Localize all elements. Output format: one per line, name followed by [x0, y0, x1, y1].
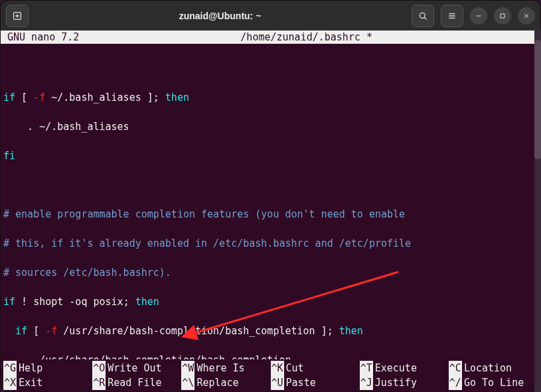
code-line: if [ -f /usr/share/bash-completion/bash_…: [3, 324, 538, 338]
shortcut-paste: ^U Paste: [271, 375, 360, 390]
maximize-icon: [499, 12, 506, 20]
shortcut-exit: ^X Exit: [3, 375, 92, 390]
code-line: # this, if it's already enabled in /etc/…: [3, 236, 538, 251]
editor-content[interactable]: if [ -f ~/.bash_aliases ]; then . ~/.bas…: [1, 44, 540, 359]
titlebar: zunaid@Ubuntu: ~: [1, 1, 540, 31]
nano-version: GNU nano 7.2: [7, 31, 79, 43]
new-tab-button[interactable]: [6, 5, 29, 27]
maximize-button[interactable]: [494, 7, 511, 25]
close-icon: [522, 12, 530, 20]
code-line: . ~/.bash_aliases: [3, 119, 538, 134]
shortcut-location: ^C Location: [449, 361, 538, 375]
svg-point-3: [420, 13, 425, 18]
search-button[interactable]: [412, 5, 434, 27]
code-line: # enable programmable completion feature…: [3, 207, 538, 222]
hamburger-icon: [447, 11, 457, 21]
terminal-window: zunaid@Ubuntu: ~ GNU nano 7.2 /home/zuna…: [0, 0, 541, 392]
menu-button[interactable]: [441, 5, 463, 27]
scrollbar[interactable]: [534, 30, 541, 392]
close-button[interactable]: [518, 7, 535, 25]
new-tab-icon: [12, 11, 23, 21]
window-title: zunaid@Ubuntu: ~: [31, 11, 409, 21]
shortcut-execute: ^T Execute: [360, 361, 449, 375]
code-line: if [ -f ~/.bash_aliases ]; then: [3, 90, 538, 105]
shortcut-cut: ^K Cut: [271, 361, 360, 375]
scrollbar-thumb[interactable]: [534, 40, 541, 159]
minimize-button[interactable]: [470, 7, 487, 25]
nano-header-bar: GNU nano 7.2 /home/zunaid/.bashrc *: [1, 31, 540, 44]
svg-line-4: [424, 17, 426, 19]
shortcut-justify: ^J Justify: [360, 375, 449, 390]
code-line: . /usr/share/bash-completion/bash_comple…: [3, 353, 538, 359]
shortcut-gotoline: ^/ Go To Line: [449, 375, 538, 390]
shortcut-readfile: ^R Read File: [92, 375, 181, 390]
code-line: # sources /etc/bash.bashrc).: [3, 265, 538, 280]
shortcut-writeout: ^O Write Out: [92, 361, 181, 375]
shortcut-replace: ^\ Replace: [181, 375, 270, 390]
shortcut-help: ^G Help: [3, 361, 92, 375]
shortcut-whereis: ^W Where Is: [181, 361, 270, 375]
minimize-icon: [475, 12, 483, 20]
nano-filepath: /home/zunaid/.bashrc *: [79, 31, 534, 43]
code-line: if ! shopt -oq posix; then: [3, 294, 538, 309]
nano-shortcut-bar: ^G Help ^O Write Out ^W Where Is ^K Cut …: [1, 359, 540, 391]
search-icon: [418, 11, 428, 21]
svg-rect-9: [501, 14, 504, 18]
code-line: fi: [3, 149, 538, 163]
